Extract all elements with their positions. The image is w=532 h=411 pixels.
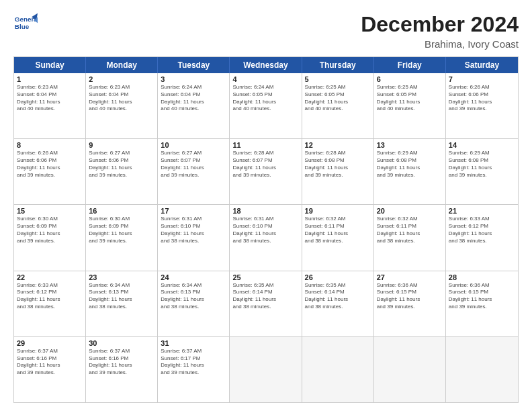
calendar-cell: 23Sunrise: 6:34 AMSunset: 6:13 PMDayligh… xyxy=(86,271,158,336)
cell-text: Sunrise: 6:24 AMSunset: 6:04 PMDaylight:… xyxy=(161,84,226,113)
day-number: 1 xyxy=(17,75,83,83)
cell-text: Sunrise: 6:34 AMSunset: 6:13 PMDaylight:… xyxy=(161,282,226,311)
calendar-cell: 6Sunrise: 6:25 AMSunset: 6:05 PMDaylight… xyxy=(374,73,446,138)
day-number: 29 xyxy=(17,339,83,347)
cell-text: Sunrise: 6:28 AMSunset: 6:07 PMDaylight:… xyxy=(232,150,298,179)
day-number: 22 xyxy=(17,273,83,281)
calendar-row: 8Sunrise: 6:26 AMSunset: 6:06 PMDaylight… xyxy=(14,139,518,205)
cell-text: Sunrise: 6:25 AMSunset: 6:05 PMDaylight:… xyxy=(305,84,371,113)
day-number: 25 xyxy=(232,273,298,281)
calendar-cell: 10Sunrise: 6:27 AMSunset: 6:07 PMDayligh… xyxy=(158,139,230,204)
day-number: 11 xyxy=(232,141,298,149)
cell-text: Sunrise: 6:24 AMSunset: 6:05 PMDaylight:… xyxy=(232,84,298,113)
calendar-cell: 14Sunrise: 6:29 AMSunset: 6:08 PMDayligh… xyxy=(446,139,518,204)
calendar-cell: 15Sunrise: 6:30 AMSunset: 6:09 PMDayligh… xyxy=(14,205,86,270)
calendar-cell: 26Sunrise: 6:35 AMSunset: 6:14 PMDayligh… xyxy=(302,271,374,336)
calendar-cell: 13Sunrise: 6:29 AMSunset: 6:08 PMDayligh… xyxy=(374,139,446,204)
day-number: 20 xyxy=(377,207,443,215)
logo: General Blue xyxy=(13,12,38,36)
day-number: 7 xyxy=(449,75,515,83)
day-number: 5 xyxy=(305,75,371,83)
day-number: 14 xyxy=(449,141,515,149)
calendar-cell xyxy=(374,337,446,402)
cell-text: Sunrise: 6:35 AMSunset: 6:14 PMDaylight:… xyxy=(305,282,371,311)
day-number: 9 xyxy=(89,141,154,149)
cell-text: Sunrise: 6:36 AMSunset: 6:15 PMDaylight:… xyxy=(377,282,443,311)
calendar-cell: 31Sunrise: 6:37 AMSunset: 6:17 PMDayligh… xyxy=(158,337,230,402)
calendar: SundayMondayTuesdayWednesdayThursdayFrid… xyxy=(13,56,519,403)
header: General Blue December 2024 Brahima, Ivor… xyxy=(13,12,519,50)
day-number: 23 xyxy=(89,273,154,281)
calendar-day-header: Saturday xyxy=(446,57,518,73)
calendar-cell: 4Sunrise: 6:24 AMSunset: 6:05 PMDaylight… xyxy=(230,73,302,138)
calendar-row: 1Sunrise: 6:23 AMSunset: 6:04 PMDaylight… xyxy=(14,73,518,139)
cell-text: Sunrise: 6:32 AMSunset: 6:11 PMDaylight:… xyxy=(305,216,371,244)
calendar-cell: 28Sunrise: 6:36 AMSunset: 6:15 PMDayligh… xyxy=(446,271,518,336)
calendar-cell: 21Sunrise: 6:33 AMSunset: 6:12 PMDayligh… xyxy=(446,205,518,270)
calendar-cell: 27Sunrise: 6:36 AMSunset: 6:15 PMDayligh… xyxy=(374,271,446,336)
calendar-body: 1Sunrise: 6:23 AMSunset: 6:04 PMDaylight… xyxy=(14,73,518,402)
calendar-cell: 9Sunrise: 6:27 AMSunset: 6:06 PMDaylight… xyxy=(86,139,158,204)
day-number: 24 xyxy=(161,273,226,281)
calendar-day-header: Tuesday xyxy=(158,57,230,73)
calendar-cell: 19Sunrise: 6:32 AMSunset: 6:11 PMDayligh… xyxy=(302,205,374,270)
day-number: 15 xyxy=(17,207,83,215)
calendar-day-header: Thursday xyxy=(302,57,374,73)
cell-text: Sunrise: 6:29 AMSunset: 6:08 PMDaylight:… xyxy=(377,150,443,179)
cell-text: Sunrise: 6:31 AMSunset: 6:10 PMDaylight:… xyxy=(232,216,298,244)
calendar-cell: 12Sunrise: 6:28 AMSunset: 6:08 PMDayligh… xyxy=(302,139,374,204)
cell-text: Sunrise: 6:27 AMSunset: 6:06 PMDaylight:… xyxy=(89,150,154,179)
day-number: 17 xyxy=(161,207,226,215)
cell-text: Sunrise: 6:30 AMSunset: 6:09 PMDaylight:… xyxy=(17,216,83,244)
cell-text: Sunrise: 6:23 AMSunset: 6:04 PMDaylight:… xyxy=(17,84,83,113)
calendar-day-header: Wednesday xyxy=(230,57,302,73)
svg-text:Blue: Blue xyxy=(15,23,30,30)
calendar-row: 29Sunrise: 6:37 AMSunset: 6:16 PMDayligh… xyxy=(14,337,518,402)
cell-text: Sunrise: 6:25 AMSunset: 6:05 PMDaylight:… xyxy=(377,84,443,113)
day-number: 8 xyxy=(17,141,83,149)
calendar-cell: 17Sunrise: 6:31 AMSunset: 6:10 PMDayligh… xyxy=(158,205,230,270)
logo-icon: General Blue xyxy=(13,12,38,36)
day-number: 3 xyxy=(161,75,226,83)
cell-text: Sunrise: 6:34 AMSunset: 6:13 PMDaylight:… xyxy=(89,282,154,311)
calendar-cell: 1Sunrise: 6:23 AMSunset: 6:04 PMDaylight… xyxy=(14,73,86,138)
day-number: 16 xyxy=(89,207,154,215)
calendar-cell: 5Sunrise: 6:25 AMSunset: 6:05 PMDaylight… xyxy=(302,73,374,138)
cell-text: Sunrise: 6:29 AMSunset: 6:08 PMDaylight:… xyxy=(449,150,515,179)
cell-text: Sunrise: 6:23 AMSunset: 6:04 PMDaylight:… xyxy=(89,84,154,113)
day-number: 18 xyxy=(232,207,298,215)
calendar-cell: 3Sunrise: 6:24 AMSunset: 6:04 PMDaylight… xyxy=(158,73,230,138)
calendar-cell: 24Sunrise: 6:34 AMSunset: 6:13 PMDayligh… xyxy=(158,271,230,336)
cell-text: Sunrise: 6:33 AMSunset: 6:12 PMDaylight:… xyxy=(449,216,515,244)
day-number: 27 xyxy=(377,273,443,281)
calendar-cell: 30Sunrise: 6:37 AMSunset: 6:16 PMDayligh… xyxy=(86,337,158,402)
calendar-cell: 2Sunrise: 6:23 AMSunset: 6:04 PMDaylight… xyxy=(86,73,158,138)
calendar-row: 22Sunrise: 6:33 AMSunset: 6:12 PMDayligh… xyxy=(14,271,518,337)
calendar-cell: 29Sunrise: 6:37 AMSunset: 6:16 PMDayligh… xyxy=(14,337,86,402)
cell-text: Sunrise: 6:37 AMSunset: 6:17 PMDaylight:… xyxy=(161,348,226,377)
day-number: 13 xyxy=(377,141,443,149)
cell-text: Sunrise: 6:37 AMSunset: 6:16 PMDaylight:… xyxy=(89,348,154,377)
title-block: December 2024 Brahima, Ivory Coast xyxy=(361,12,519,50)
cell-text: Sunrise: 6:30 AMSunset: 6:09 PMDaylight:… xyxy=(89,216,154,244)
day-number: 30 xyxy=(89,339,154,347)
calendar-day-header: Sunday xyxy=(14,57,86,73)
calendar-day-header: Friday xyxy=(374,57,446,73)
cell-text: Sunrise: 6:35 AMSunset: 6:14 PMDaylight:… xyxy=(232,282,298,311)
calendar-cell: 18Sunrise: 6:31 AMSunset: 6:10 PMDayligh… xyxy=(230,205,302,270)
cell-text: Sunrise: 6:36 AMSunset: 6:15 PMDaylight:… xyxy=(449,282,515,311)
calendar-cell: 25Sunrise: 6:35 AMSunset: 6:14 PMDayligh… xyxy=(230,271,302,336)
calendar-day-header: Monday xyxy=(86,57,158,73)
subtitle: Brahima, Ivory Coast xyxy=(361,38,519,50)
day-number: 2 xyxy=(89,75,154,83)
calendar-cell: 20Sunrise: 6:32 AMSunset: 6:11 PMDayligh… xyxy=(374,205,446,270)
page: General Blue December 2024 Brahima, Ivor… xyxy=(0,0,532,411)
cell-text: Sunrise: 6:33 AMSunset: 6:12 PMDaylight:… xyxy=(17,282,83,311)
calendar-cell: 7Sunrise: 6:26 AMSunset: 6:06 PMDaylight… xyxy=(446,73,518,138)
day-number: 19 xyxy=(305,207,371,215)
cell-text: Sunrise: 6:31 AMSunset: 6:10 PMDaylight:… xyxy=(161,216,226,244)
calendar-cell: 22Sunrise: 6:33 AMSunset: 6:12 PMDayligh… xyxy=(14,271,86,336)
cell-text: Sunrise: 6:28 AMSunset: 6:08 PMDaylight:… xyxy=(305,150,371,179)
calendar-cell: 16Sunrise: 6:30 AMSunset: 6:09 PMDayligh… xyxy=(86,205,158,270)
cell-text: Sunrise: 6:37 AMSunset: 6:16 PMDaylight:… xyxy=(17,348,83,377)
